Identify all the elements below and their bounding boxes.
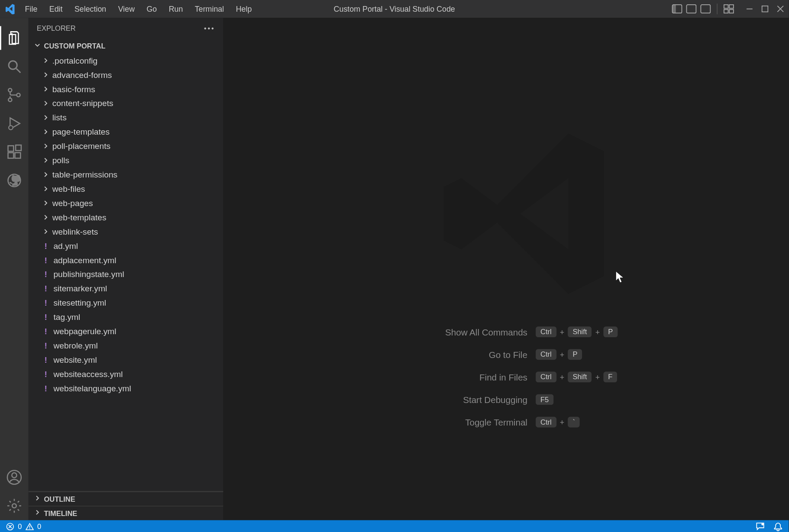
folder-item[interactable]: lists (29, 110, 223, 125)
menu-file[interactable]: File (19, 2, 43, 16)
folder-item[interactable]: page-templates (29, 125, 223, 139)
warnings-icon[interactable] (26, 522, 34, 531)
yaml-file-icon: ! (42, 341, 50, 350)
search-icon[interactable] (6, 58, 23, 74)
folder-item[interactable]: web-pages (29, 196, 223, 210)
maximize-button[interactable] (761, 5, 768, 12)
folder-root[interactable]: CUSTOM PORTAL (29, 39, 223, 53)
keyboard-key: ` (568, 417, 580, 428)
file-item[interactable]: !webpagerule.yml (29, 324, 223, 339)
panel-left-icon[interactable] (672, 3, 682, 14)
explorer-more-icon[interactable]: ••• (204, 24, 215, 32)
panel-bottom-icon[interactable] (686, 3, 697, 14)
errors-icon[interactable] (6, 522, 14, 531)
run-debug-icon[interactable] (6, 115, 23, 132)
shortcut-label: Show All Commands (373, 327, 527, 337)
folder-item[interactable]: web-templates (29, 210, 223, 225)
extensions-icon[interactable] (6, 144, 23, 160)
explorer-icon[interactable] (6, 30, 23, 46)
file-item[interactable]: !website.yml (29, 353, 223, 367)
keyboard-key: P (568, 349, 582, 360)
svg-point-26 (12, 473, 16, 477)
menu-edit[interactable]: Edit (43, 2, 68, 16)
yaml-file-icon: ! (42, 313, 50, 322)
keyboard-key: P (603, 326, 618, 337)
panel-right-icon[interactable] (700, 3, 711, 14)
svg-rect-1 (673, 5, 676, 13)
title-bar: File Edit Selection View Go Run Terminal… (0, 0, 789, 18)
plus-separator: + (595, 327, 600, 336)
folder-name: basic-forms (52, 84, 95, 94)
bell-icon[interactable] (773, 522, 783, 532)
outline-section[interactable]: OUTLINE (29, 492, 223, 506)
svg-rect-20 (8, 146, 14, 152)
file-item[interactable]: !ad.yml (29, 239, 223, 253)
timeline-section[interactable]: TIMELINE (29, 506, 223, 520)
folder-item[interactable]: poll-placements (29, 139, 223, 153)
yaml-file-icon: ! (42, 270, 50, 279)
folder-name: web-templates (52, 213, 107, 222)
svg-rect-23 (16, 145, 21, 151)
folder-item[interactable]: content-snippets (29, 96, 223, 110)
file-item[interactable]: !websitelanguage.yml (29, 381, 223, 396)
file-item[interactable]: !webrole.yml (29, 339, 223, 353)
yaml-file-icon: ! (42, 370, 50, 379)
folder-item[interactable]: advanced-forms (29, 68, 223, 82)
settings-gear-icon[interactable] (6, 497, 23, 514)
errors-count[interactable]: 0 (18, 522, 22, 531)
file-item[interactable]: !sitemarker.yml (29, 281, 223, 296)
folder-item[interactable]: polls (29, 153, 223, 168)
menu-help[interactable]: Help (230, 2, 258, 16)
menu-run[interactable]: Run (163, 2, 189, 16)
chevron-right-icon (42, 85, 50, 93)
accounts-icon[interactable] (6, 469, 23, 485)
svg-point-17 (8, 98, 12, 102)
file-name: websitelanguage.yml (53, 384, 131, 393)
folder-item[interactable]: .portalconfig (29, 53, 223, 68)
keyboard-key: F (603, 372, 617, 383)
shortcut-keys: Ctrl+Shift+F (536, 372, 617, 383)
file-item[interactable]: !publishingstate.yml (29, 267, 223, 281)
file-item[interactable]: !adplacement.yml (29, 253, 223, 267)
github-icon[interactable] (6, 172, 23, 189)
keyboard-key: Ctrl (536, 349, 556, 360)
plus-separator: + (560, 373, 564, 382)
chevron-right-icon (42, 56, 50, 64)
minimize-button[interactable] (746, 5, 753, 12)
svg-rect-8 (724, 10, 728, 13)
folder-item[interactable]: basic-forms (29, 82, 223, 96)
mouse-cursor-icon (615, 271, 625, 286)
close-button[interactable] (777, 5, 784, 12)
vscode-logo-icon (5, 3, 16, 14)
explorer-title: EXPLORER (37, 24, 76, 32)
menu-selection[interactable]: Selection (68, 2, 112, 16)
folder-name: lists (52, 113, 67, 123)
keyboard-key: Ctrl (536, 417, 556, 428)
plus-separator: + (595, 373, 600, 382)
warnings-count[interactable]: 0 (37, 522, 41, 531)
shortcut-keys: Ctrl+` (536, 417, 580, 428)
folder-name: advanced-forms (52, 70, 112, 80)
file-item[interactable]: !sitesetting.yml (29, 296, 223, 310)
feedback-icon[interactable] (756, 522, 765, 532)
folder-item[interactable]: table-permissions (29, 168, 223, 182)
svg-rect-11 (762, 6, 768, 12)
svg-rect-6 (724, 5, 728, 8)
folder-item[interactable]: weblink-sets (29, 224, 223, 239)
file-name: webpagerule.yml (53, 326, 116, 336)
shortcut-label: Go to File (373, 349, 527, 359)
svg-rect-21 (8, 153, 14, 158)
plus-separator: + (560, 418, 564, 427)
menu-go[interactable]: Go (141, 2, 163, 16)
menu-view[interactable]: View (112, 2, 141, 16)
file-item[interactable]: !websiteaccess.yml (29, 367, 223, 381)
menu-terminal[interactable]: Terminal (189, 2, 230, 16)
customize-layout-icon[interactable] (723, 3, 734, 14)
folder-name: page-templates (52, 127, 110, 137)
folder-item[interactable]: web-files (29, 182, 223, 196)
file-name: publishingstate.yml (53, 270, 124, 279)
file-item[interactable]: !tag.yml (29, 310, 223, 324)
source-control-icon[interactable] (6, 87, 23, 103)
keyboard-key: Shift (568, 326, 592, 337)
status-bar: 0 0 (0, 520, 789, 532)
